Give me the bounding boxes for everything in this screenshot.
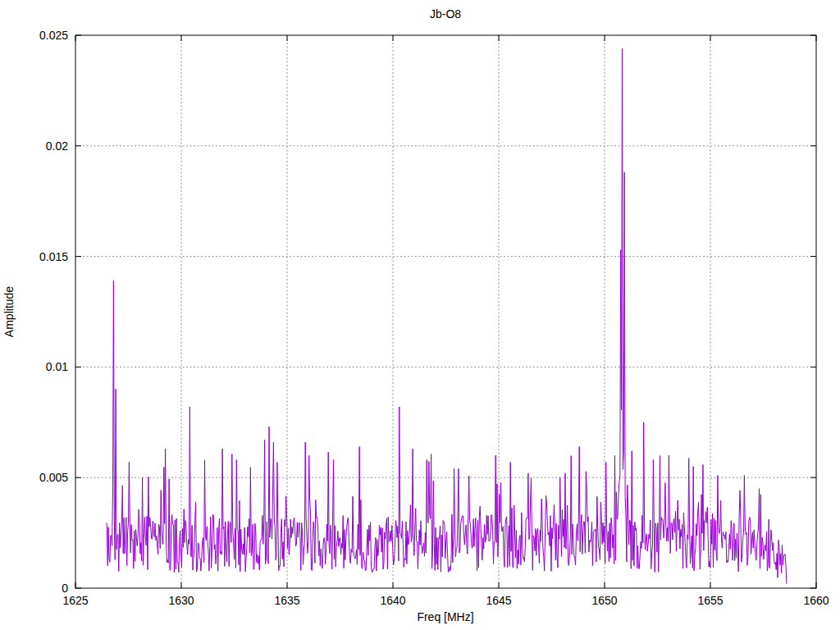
x-tick-label: 1630 — [168, 594, 194, 607]
x-tick-label: 1635 — [274, 594, 299, 607]
x-axis-label: Freq [MHz] — [417, 610, 473, 623]
chart-page: 1625163016351640164516501655166000.0050.… — [0, 0, 840, 630]
y-tick-label: 0.02 — [46, 139, 68, 153]
x-tick-label: 1645 — [486, 594, 511, 607]
spectrum-line — [106, 48, 787, 583]
x-tick-label: 1640 — [380, 594, 405, 607]
y-tick-label: 0.01 — [46, 360, 68, 373]
plot-border — [75, 35, 816, 588]
y-tick-label: 0.005 — [39, 471, 68, 484]
y-axis-label: Amplitude — [2, 286, 16, 337]
y-tick-label: 0.015 — [39, 250, 68, 263]
chart-title: Jb-O8 — [430, 7, 461, 21]
x-tick-label: 1650 — [591, 594, 617, 607]
y-tick-label: 0.025 — [39, 29, 68, 42]
data-layer — [106, 48, 787, 583]
y-tick-label: 0 — [62, 582, 68, 595]
x-tick-label: 1660 — [803, 594, 829, 607]
x-tick-label: 1625 — [62, 594, 88, 607]
grid-lines — [75, 35, 816, 588]
spectrum-chart: 1625163016351640164516501655166000.0050.… — [0, 0, 840, 630]
x-tick-label: 1655 — [697, 594, 723, 607]
